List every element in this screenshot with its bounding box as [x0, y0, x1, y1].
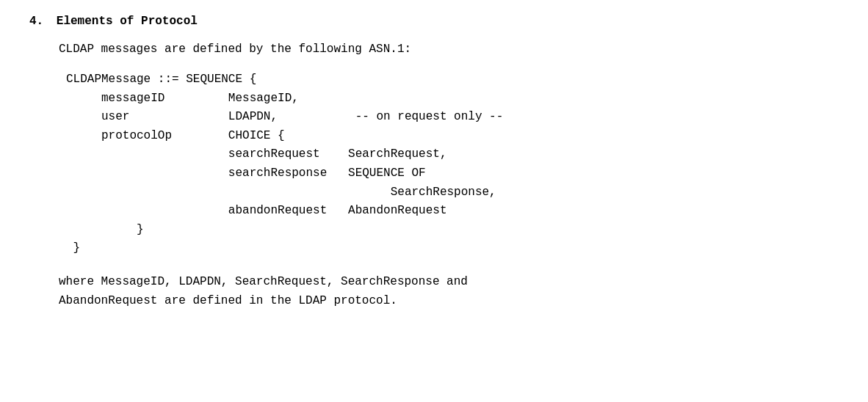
asn-block: CLDAPMessage ::= SEQUENCE { messageID Me…: [66, 70, 839, 258]
footer-line-2: AbandonRequest are defined in the LDAP p…: [59, 292, 839, 311]
intro-text: CLDAP messages are defined by the follow…: [59, 43, 839, 56]
footer-text: where MessageID, LDAPDN, SearchRequest, …: [59, 273, 839, 310]
section-4: 4. Elements of Protocol CLDAP messages a…: [29, 15, 839, 310]
section-heading: 4. Elements of Protocol: [29, 15, 839, 28]
section-title: Elements of Protocol: [57, 15, 198, 28]
section-number: 4.: [29, 15, 43, 28]
footer-line-1: where MessageID, LDAPDN, SearchRequest, …: [59, 273, 839, 292]
